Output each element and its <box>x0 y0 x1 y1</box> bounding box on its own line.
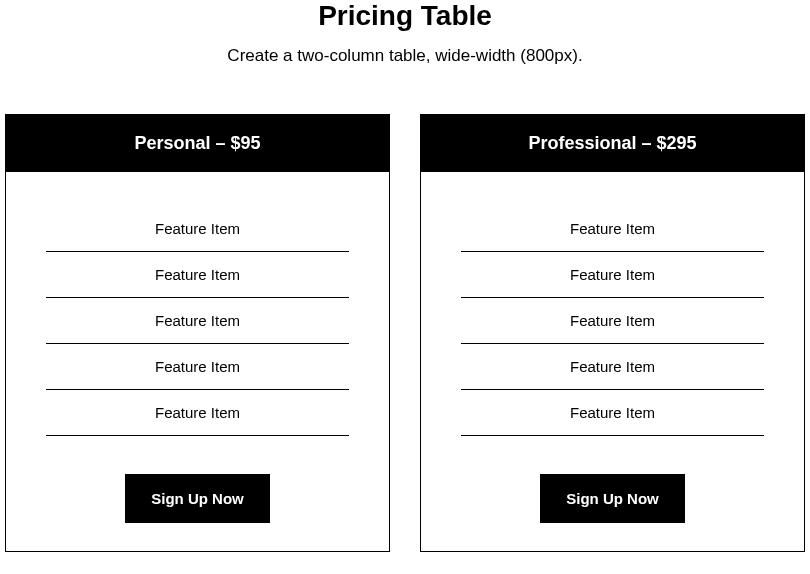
feature-item: Feature Item <box>461 344 764 390</box>
cta-wrap-personal: Sign Up Now <box>6 474 389 523</box>
signup-button-personal[interactable]: Sign Up Now <box>125 474 270 523</box>
features-list-personal: Feature Item Feature Item Feature Item F… <box>6 172 389 454</box>
feature-item: Feature Item <box>461 252 764 298</box>
pricing-card-personal: Personal – $95 Feature Item Feature Item… <box>5 114 390 552</box>
page-header: Pricing Table Create a two-column table,… <box>0 0 810 66</box>
feature-item: Feature Item <box>461 298 764 344</box>
feature-item: Feature Item <box>461 390 764 436</box>
features-list-professional: Feature Item Feature Item Feature Item F… <box>421 172 804 454</box>
feature-item: Feature Item <box>461 206 764 252</box>
pricing-table: Personal – $95 Feature Item Feature Item… <box>0 114 810 552</box>
feature-item: Feature Item <box>46 344 349 390</box>
pricing-card-professional: Professional – $295 Feature Item Feature… <box>420 114 805 552</box>
plan-header-professional: Professional – $295 <box>421 115 804 172</box>
plan-header-personal: Personal – $95 <box>6 115 389 172</box>
feature-item: Feature Item <box>46 390 349 436</box>
cta-wrap-professional: Sign Up Now <box>421 474 804 523</box>
feature-item: Feature Item <box>46 206 349 252</box>
feature-item: Feature Item <box>46 252 349 298</box>
feature-item: Feature Item <box>46 298 349 344</box>
signup-button-professional[interactable]: Sign Up Now <box>540 474 685 523</box>
page-subtitle: Create a two-column table, wide-width (8… <box>0 46 810 66</box>
page-title: Pricing Table <box>0 0 810 32</box>
